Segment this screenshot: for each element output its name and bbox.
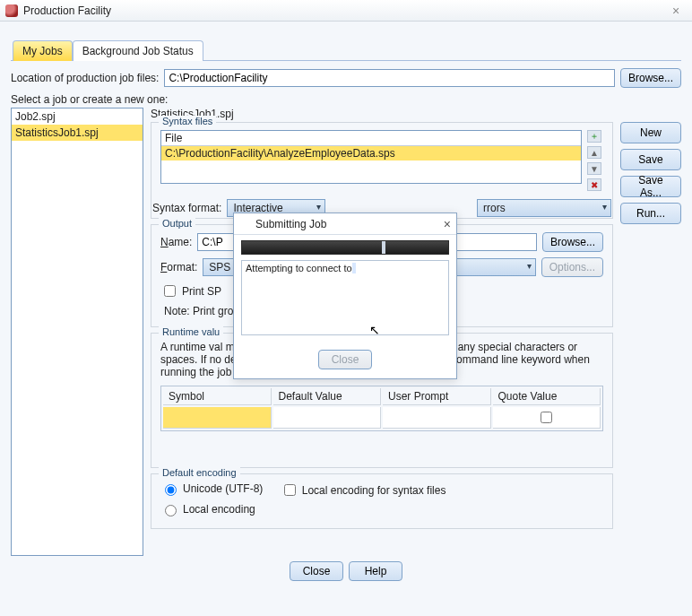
encoding-group-label: Default encoding: [159, 467, 240, 478]
current-job-file-label: StatisticsJob1.spj: [151, 108, 681, 120]
run-button[interactable]: Run...: [620, 203, 681, 224]
runtime-row[interactable]: [163, 407, 601, 429]
runtime-group-label: Runtime valu: [159, 326, 223, 337]
job-list-item[interactable]: Job2.spj: [12, 108, 143, 125]
help-button[interactable]: Help: [349, 561, 402, 581]
window-close-button[interactable]: ×: [665, 4, 687, 18]
dialog-title: Submitting Job: [255, 218, 326, 230]
output-options-button: Options...: [541, 257, 603, 277]
submitting-job-dialog: Submitting Job × Attempting to connect t…: [233, 213, 457, 379]
output-name-label: Name:: [160, 236, 192, 248]
job-list[interactable]: Job2.spj StatisticsJob1.spj: [11, 108, 143, 556]
save-button[interactable]: Save: [620, 149, 681, 170]
app-icon: [239, 219, 250, 230]
unicode-radio[interactable]: Unicode (UTF-8): [160, 482, 263, 496]
progress-bar: [241, 240, 449, 255]
local-syntax-checkbox-input[interactable]: [284, 484, 296, 496]
col-prompt: User Prompt: [383, 388, 491, 405]
quote-value-checkbox[interactable]: [541, 412, 552, 423]
location-browse-button[interactable]: Browse...: [620, 68, 681, 88]
down-icon[interactable]: ▼: [587, 162, 601, 175]
output-group-label: Output: [159, 218, 195, 229]
print-checkbox[interactable]: Print SP: [160, 282, 221, 299]
app-icon: [5, 4, 18, 17]
syntax-list-header: File: [161, 131, 581, 146]
local-encoding-radio-input[interactable]: [165, 505, 177, 516]
syntax-file-list[interactable]: File C:\ProductionFacility\AnalyzeEmploy…: [160, 130, 582, 184]
window-title: Production Facility: [23, 4, 111, 17]
delete-icon[interactable]: ✖: [587, 178, 601, 191]
error-behavior-select[interactable]: rrors: [477, 199, 611, 217]
job-actions: New Save Save As... Run...: [620, 122, 681, 534]
print-checkbox-label: Print SP: [182, 285, 221, 298]
close-button[interactable]: Close: [290, 561, 343, 581]
local-encoding-radio[interactable]: Local encoding: [160, 502, 255, 516]
up-icon[interactable]: ▲: [587, 146, 601, 159]
status-message-text: Attempting to connect to: [246, 263, 352, 273]
print-checkbox-input[interactable]: [164, 285, 176, 297]
add-icon[interactable]: ＋: [587, 130, 601, 143]
tab-background-job-status[interactable]: Background Job Status: [73, 40, 203, 61]
col-quote: Quote Value: [493, 388, 601, 405]
unicode-radio-label: Unicode (UTF-8): [183, 482, 263, 495]
job-list-item[interactable]: StatisticsJob1.spj: [12, 125, 143, 141]
syntax-toolbar: ＋ ▲ ▼ ✖: [587, 130, 603, 191]
unicode-radio-input[interactable]: [165, 484, 177, 496]
local-encoding-radio-label: Local encoding: [183, 503, 255, 516]
status-message-redacted: [352, 263, 356, 273]
status-message-box: Attempting to connect to: [241, 260, 449, 335]
dialog-titlebar: Submitting Job ×: [234, 213, 456, 235]
save-as-button[interactable]: Save As...: [620, 176, 681, 197]
local-syntax-checkbox[interactable]: Local encoding for syntax files: [281, 482, 446, 499]
dialog-close-button: Close: [318, 350, 372, 369]
runtime-table[interactable]: Symbol Default Value User Prompt Quote V…: [160, 386, 603, 431]
output-browse-button[interactable]: Browse...: [542, 232, 603, 252]
output-format-label: Format:: [160, 261, 197, 273]
tab-my-jobs[interactable]: My Jobs: [13, 40, 73, 61]
location-label: Location of production job files:: [11, 72, 159, 84]
new-button[interactable]: New: [620, 122, 681, 143]
tab-strip: My Jobs Background Job Status: [11, 39, 681, 61]
col-symbol: Symbol: [163, 388, 272, 405]
col-default: Default Value: [273, 388, 382, 405]
select-job-label: Select a job or create a new one:: [11, 93, 168, 106]
dialog-close-icon[interactable]: ×: [444, 217, 451, 231]
location-input[interactable]: [164, 69, 615, 87]
syntax-file-row[interactable]: C:\ProductionFacility\AnalyzeEmployeeDat…: [161, 146, 581, 161]
syntax-group-label: Syntax files: [159, 116, 216, 126]
titlebar: Production Facility ×: [0, 0, 692, 22]
local-syntax-checkbox-label: Local encoding for syntax files: [302, 484, 446, 497]
